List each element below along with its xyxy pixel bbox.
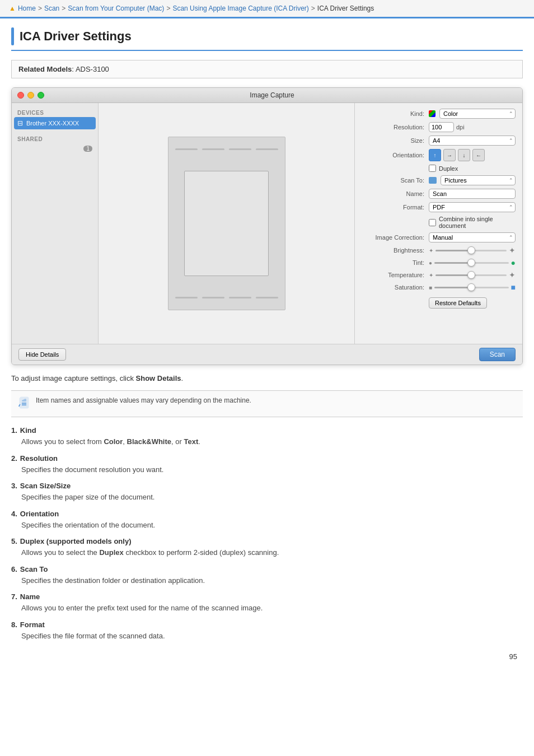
list-item-8-title: Format: [20, 620, 45, 629]
scan-to-row: Scan To: Pictures Desktop Documents: [362, 175, 516, 185]
resolution-label: Resolution:: [362, 124, 429, 130]
sidebar-device-item[interactable]: ⊟ Brother XXX-XXXX: [14, 117, 96, 129]
kind-row: Kind: Color Black&White Text: [362, 109, 516, 119]
home-icon: ▲: [9, 4, 16, 12]
shared-item[interactable]: 1: [12, 143, 98, 154]
kind-select[interactable]: Color Black&White Text: [439, 109, 516, 119]
window-titlebar: Image Capture: [12, 88, 522, 103]
shared-section-label: SHARED: [12, 134, 98, 143]
breadcrumb-scan-using[interactable]: Scan Using Apple Image Capture (ICA Driv…: [172, 4, 308, 12]
window-bottombar: Hide Details Scan: [12, 344, 522, 365]
preview-area: [99, 103, 354, 344]
list-item-4-desc: Specifies the orientation of the documen…: [21, 520, 523, 531]
show-details-bold: Show Details: [136, 374, 181, 382]
name-input[interactable]: [429, 189, 516, 199]
tint-label: Tint:: [362, 259, 429, 266]
list-item-7-desc: Allows you to enter the prefix text used…: [21, 603, 523, 614]
breadcrumb-scan[interactable]: Scan: [44, 4, 59, 12]
instructions: To adjust image capture settings, click …: [11, 374, 523, 382]
shared-count: 1: [83, 146, 92, 152]
scan-button[interactable]: Scan: [479, 348, 516, 361]
list-item-4-title: Orientation: [20, 510, 59, 518]
dpi-label: dpi: [456, 124, 465, 130]
breadcrumb: ▲ Home > Scan > Scan from Your Computer …: [9, 4, 525, 12]
saturation-low-icon: ■: [429, 284, 432, 291]
temperature-slider[interactable]: ✦ ✦: [429, 270, 516, 279]
tint-slider[interactable]: ● ●: [429, 258, 516, 267]
sidebar: DEVICES ⊟ Brother XXX-XXXX SHARED 1: [12, 103, 99, 344]
brightness-row: Brightness: ✦ ✦: [362, 246, 516, 255]
name-row: Name:: [362, 189, 516, 199]
scan-to-select[interactable]: Pictures Desktop Documents: [441, 175, 516, 185]
brightness-high-icon: ✦: [509, 246, 516, 255]
duplex-checkbox[interactable]: [429, 165, 436, 172]
page-content: ICA Driver Settings Related Models: ADS-…: [0, 18, 534, 670]
list-item: 2. Resolution Specifies the document res…: [11, 454, 523, 475]
format-select[interactable]: PDF JPEG TIFF PNG: [429, 202, 516, 212]
note-icon: [18, 396, 30, 412]
size-row: Size: A4 Letter Legal: [362, 136, 516, 146]
size-select[interactable]: A4 Letter Legal: [429, 136, 516, 146]
preview-inner: [184, 171, 268, 276]
brightness-low-icon: ✦: [429, 248, 433, 254]
list-item-6-title: Scan To: [20, 565, 48, 573]
brightness-label: Brightness:: [362, 247, 429, 254]
related-models-label: Related Models: [18, 65, 72, 73]
preview-top-lines: [174, 148, 279, 150]
format-label: Format:: [362, 204, 429, 211]
orientation-portrait-btn[interactable]: ↑: [429, 149, 441, 161]
breadcrumb-scan-from-computer[interactable]: Scan from Your Computer (Mac): [68, 4, 164, 12]
list-item-7-title: Name: [20, 592, 40, 601]
related-models: Related Models: ADS-3100: [11, 60, 523, 78]
breadcrumb-home[interactable]: Home: [18, 4, 36, 12]
device-name: Brother XXX-XXXX: [26, 120, 79, 127]
saturation-slider[interactable]: ■ ■: [429, 283, 516, 292]
list-item: 8. Format Specifies the file format of t…: [11, 620, 523, 642]
numbered-list: 1. Kind Allows you to select from Color,…: [11, 426, 523, 641]
list-item-1-title: Kind: [20, 426, 36, 435]
list-item-2-desc: Specifies the document resolution you wa…: [21, 464, 523, 475]
hide-details-button[interactable]: Hide Details: [18, 348, 66, 361]
restore-defaults-button[interactable]: Restore Defaults: [429, 297, 487, 309]
size-label: Size:: [362, 137, 429, 144]
brightness-slider[interactable]: ✦ ✦: [429, 246, 516, 255]
resolution-row: Resolution: dpi: [362, 122, 516, 132]
list-item-5-desc: Allows you to select the Duplex checkbox…: [21, 547, 523, 558]
orientation-flip-btn[interactable]: ←: [472, 149, 485, 161]
orientation-buttons: ↑ → ↓ ←: [429, 149, 485, 161]
list-item: 7. Name Allows you to enter the prefix t…: [11, 592, 523, 614]
list-item: 6. Scan To Specifies the destination fol…: [11, 565, 523, 586]
close-button[interactable]: [17, 92, 24, 99]
image-correction-select[interactable]: Manual None: [429, 232, 516, 242]
image-correction-label: Image Correction:: [362, 234, 429, 241]
orientation-landscape-btn[interactable]: →: [443, 149, 456, 161]
note-text: Item names and assignable values may var…: [36, 395, 251, 405]
list-item-3-desc: Specifies the paper size of the document…: [21, 492, 523, 503]
scan-preview: [168, 137, 285, 310]
combine-checkbox[interactable]: [429, 219, 436, 226]
title-accent: [11, 27, 14, 45]
list-item-2-title: Resolution: [20, 454, 58, 463]
temperature-label: Temperature:: [362, 272, 429, 278]
saturation-high-icon: ■: [511, 283, 516, 292]
page-title-container: ICA Driver Settings: [11, 27, 523, 51]
pictures-icon: [429, 177, 437, 184]
color-icon: [429, 110, 435, 117]
list-item-5-title: Duplex (supported models only): [20, 537, 132, 545]
kind-label: Kind:: [362, 110, 429, 117]
combine-label: Combine into single document: [439, 216, 516, 229]
saturation-label: Saturation:: [362, 284, 429, 291]
devices-section-label: DEVICES: [12, 108, 98, 117]
tint-row: Tint: ● ●: [362, 258, 516, 267]
orientation-row: Orientation: ↑ → ↓ ←: [362, 149, 516, 161]
page-number: 95: [11, 652, 523, 661]
duplex-label: Duplex: [439, 165, 458, 172]
name-label: Name:: [362, 190, 429, 197]
list-item: 5. Duplex (supported models only) Allows…: [11, 537, 523, 558]
orientation-rotate-btn[interactable]: ↓: [458, 149, 470, 161]
combine-row: Combine into single document: [429, 216, 516, 229]
top-bar: ▲ Home > Scan > Scan from Your Computer …: [0, 0, 534, 18]
orientation-label: Orientation:: [362, 152, 429, 158]
list-item-8-desc: Specifies the file format of the scanned…: [21, 631, 523, 642]
resolution-input[interactable]: [429, 122, 454, 132]
